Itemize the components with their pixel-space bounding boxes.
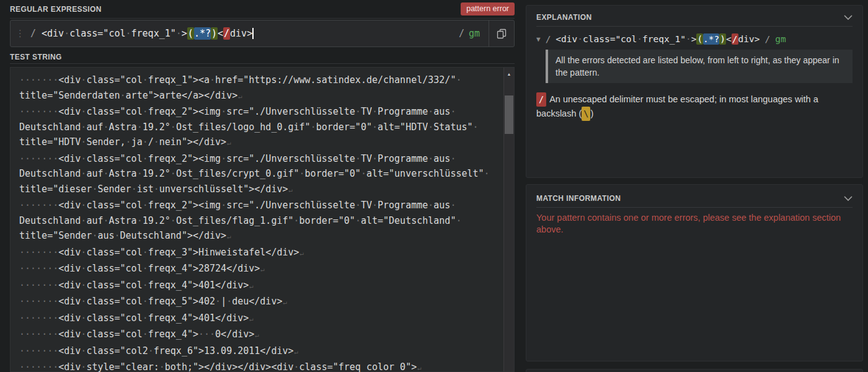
match-information-title: MATCH INFORMATION	[536, 194, 621, 203]
test-string-label: TEST STRING	[10, 53, 62, 61]
explanation-regex-pattern: <div·class="col·freqx_1"·>(.*?)</div>	[556, 34, 760, 44]
match-error-text: Your pattern contains one or more errors…	[536, 212, 852, 236]
error-text-before: An unescaped delimiter must be escaped; …	[536, 94, 818, 118]
chevron-down-icon	[844, 196, 852, 202]
regex-flags[interactable]: gm	[469, 28, 480, 39]
copy-icon	[497, 29, 507, 39]
regular-expression-header: REGULAR EXPRESSION pattern error	[10, 0, 515, 19]
match-information-collapse-button[interactable]	[844, 196, 852, 202]
test-string-code[interactable]: ·······<div·class="col·freqx_1"><a·href=…	[19, 73, 500, 372]
regex-input[interactable]: ⋮ / <div·class="col·freqx_1"·>(.*?)</div…	[10, 20, 515, 47]
regex-flags: gm	[775, 34, 786, 44]
drag-handle-icon[interactable]: ⋮	[16, 28, 25, 39]
explanation-regex: ▼ / <div·class="col·freqx_1"·>(.*?)</div…	[536, 34, 852, 44]
scroll-up-button[interactable]: ▲	[504, 68, 514, 80]
collapsed-panel-edge	[526, 369, 863, 372]
explanation-header: EXPLANATION	[536, 13, 852, 27]
regex-pattern[interactable]: <div·class="col·freqx_1"·>(.*?)</div>	[42, 28, 252, 39]
left-column: REGULAR EXPRESSION pattern error ⋮ / <di…	[10, 0, 515, 372]
right-column: EXPLANATION ▼ / <div·class="col·freqx_1"…	[526, 5, 863, 372]
explanation-title: EXPLANATION	[536, 13, 592, 22]
regex-tester-app: REGULAR EXPRESSION pattern error ⋮ / <di…	[0, 0, 868, 372]
regex-close-delimiter: /	[764, 34, 770, 44]
scroll-up-icon: ▲	[507, 72, 512, 76]
test-string-header: TEST STRING	[10, 51, 515, 64]
explanation-info-note: All the errors detected are listed below…	[546, 50, 852, 83]
error-text-after: )	[590, 108, 593, 118]
regular-expression-label: REGULAR EXPRESSION	[10, 5, 102, 14]
backslash-chip: \	[582, 107, 590, 121]
collapse-toggle-icon[interactable]: ▼	[536, 35, 541, 43]
regex-open-delimiter: /	[546, 34, 551, 44]
copy-button[interactable]	[489, 20, 514, 46]
regex-close-delimiter: /	[459, 28, 464, 39]
scrollbar[interactable]: ▲	[503, 68, 514, 371]
test-string-editor[interactable]: ·······<div·class="col·freqx_1"><a·href=…	[10, 67, 515, 372]
pattern-error-badge: pattern error	[461, 2, 515, 16]
explanation-collapse-button[interactable]	[844, 15, 852, 20]
match-information-panel: MATCH INFORMATION Your pattern contains …	[526, 184, 863, 361]
explanation-panel: EXPLANATION ▼ / <div·class="col·freqx_1"…	[526, 5, 863, 178]
error-delimiter-chip: /	[536, 92, 546, 107]
text-cursor	[252, 28, 254, 39]
scroll-thumb[interactable]	[505, 95, 513, 134]
explanation-error-item: /An unescaped delimiter must be escaped;…	[536, 92, 852, 121]
chevron-down-icon	[844, 15, 852, 20]
regex-open-delimiter: /	[30, 28, 36, 39]
match-information-header: MATCH INFORMATION	[536, 194, 852, 208]
